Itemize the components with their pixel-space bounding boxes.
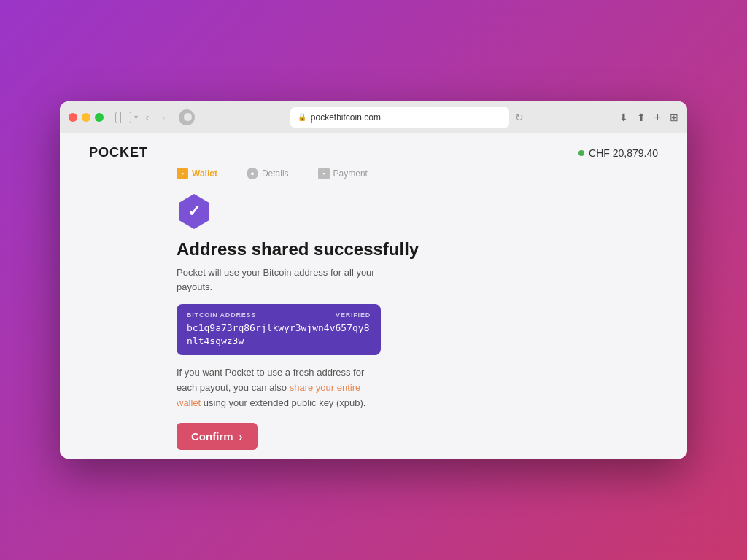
browser-controls: ▾ ‹ › — [115, 111, 170, 124]
browser-chrome: ▾ ‹ › 🔒 pocketbitcoin.com ↻ ⬇ ⬆ + ⊞ — [60, 101, 687, 133]
maximize-button[interactable] — [95, 113, 104, 122]
page-header: POCKET CHF 20,879.40 — [60, 133, 687, 160]
step-separator-1: —— — [223, 168, 241, 179]
chevron-down-icon: ▾ — [134, 113, 138, 121]
wallet-step-label: Wallet — [192, 168, 217, 179]
url-text: pocketbitcoin.com — [311, 112, 381, 122]
back-button[interactable]: ‹ — [141, 111, 154, 124]
checkmark-icon: ✓ — [187, 202, 201, 221]
theme-toggle-icon[interactable] — [179, 109, 195, 125]
lock-icon: 🔒 — [298, 113, 306, 121]
step-separator-2: —— — [295, 168, 312, 179]
balance-amount: CHF 20,879.40 — [589, 147, 658, 159]
sidebar-toggle[interactable] — [115, 112, 131, 123]
success-title: Address shared successfully — [177, 239, 658, 260]
grid-icon[interactable]: ⊞ — [670, 112, 678, 123]
balance-status-dot — [578, 150, 584, 156]
step-payment: ▪ Payment — [318, 168, 368, 179]
downloads-icon[interactable]: ⬇ — [619, 112, 628, 123]
share-icon[interactable]: ⬆ — [637, 112, 646, 123]
address-bar-container: 🔒 pocketbitcoin.com ↻ — [201, 107, 614, 128]
main-content: ✓ Address shared successfully Pocket wil… — [60, 179, 687, 459]
badge-hex-shape: ✓ — [177, 194, 212, 229]
close-button[interactable] — [69, 113, 77, 122]
balance-indicator: CHF 20,879.40 — [578, 147, 658, 159]
confirm-button[interactable]: Confirm › — [177, 423, 258, 450]
bitcoin-address-card: BITCOIN ADDRESS VERIFIED bc1q9a73rq86rjl… — [177, 304, 381, 355]
success-badge: ✓ — [177, 194, 212, 229]
verified-label: VERIFIED — [336, 311, 371, 319]
success-description: Pocket will use your Bitcoin address for… — [177, 265, 381, 294]
step-details: ● Details — [247, 168, 289, 179]
confirm-button-arrow: › — [239, 430, 243, 443]
step-wallet: ▪ Wallet — [177, 168, 217, 179]
traffic-lights — [69, 113, 104, 122]
progress-steps: ▪ Wallet —— ● Details —— ▪ Payment — [60, 160, 687, 179]
browser-actions: ⬇ ⬆ + ⊞ — [619, 111, 678, 124]
bitcoin-address-header: BITCOIN ADDRESS VERIFIED — [187, 311, 371, 319]
bitcoin-address-value: bc1q9a73rq86rjlkwyr3wjwn4v657qy8nlt4sgwz… — [187, 322, 371, 348]
browser-window: ▾ ‹ › 🔒 pocketbitcoin.com ↻ ⬇ ⬆ + ⊞ POCK… — [60, 101, 687, 459]
xpub-text-after: using your extended public key (xpub). — [201, 397, 365, 408]
reload-icon[interactable]: ↻ — [515, 112, 524, 123]
logo: POCKET — [89, 145, 148, 160]
confirm-button-label: Confirm — [191, 430, 233, 443]
details-step-label: Details — [262, 168, 289, 179]
bitcoin-address-label: BITCOIN ADDRESS — [187, 311, 256, 319]
page-content: POCKET CHF 20,879.40 ▪ Wallet —— ● Detai… — [60, 133, 687, 459]
address-bar[interactable]: 🔒 pocketbitcoin.com — [290, 107, 509, 128]
payment-step-label: Payment — [333, 168, 368, 179]
new-tab-icon[interactable]: + — [654, 111, 661, 124]
xpub-description: If you want Pocket to use a fresh addres… — [177, 365, 381, 411]
details-step-icon: ● — [247, 168, 258, 179]
minimize-button[interactable] — [82, 113, 90, 122]
payment-step-icon: ▪ — [318, 168, 330, 179]
forward-button[interactable]: › — [157, 111, 170, 124]
wallet-step-icon: ▪ — [177, 168, 188, 179]
